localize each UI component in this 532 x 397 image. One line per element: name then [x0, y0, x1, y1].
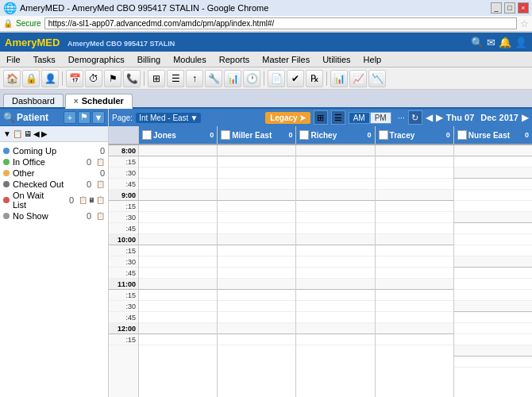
- toolbar-clock-btn[interactable]: ⏱: [85, 70, 102, 87]
- search-icon[interactable]: 🔍: [471, 37, 484, 48]
- appointment-slot[interactable]: [296, 301, 374, 312]
- add-patient-btn[interactable]: +: [64, 111, 76, 124]
- appointment-slot[interactable]: [376, 334, 453, 345]
- filter-copy-icon[interactable]: 📋: [13, 129, 22, 138]
- minimize-btn[interactable]: _: [491, 2, 502, 13]
- tab-dashboard[interactable]: Dashboard: [3, 94, 64, 107]
- status-in-office[interactable]: In Office 0 📋: [3, 156, 105, 168]
- appointment-slot[interactable]: [218, 179, 295, 190]
- legacy-button[interactable]: Legacy ➤: [265, 112, 310, 124]
- filter-prev-icon[interactable]: ◀: [33, 129, 40, 138]
- appointment-slot[interactable]: [296, 256, 374, 268]
- appointment-slot[interactable]: [296, 334, 374, 345]
- toolbar-list-btn[interactable]: ☰: [167, 70, 184, 87]
- appointment-slot[interactable]: [454, 279, 532, 290]
- appointment-slot[interactable]: [218, 234, 295, 245]
- appointment-slot[interactable]: [139, 279, 217, 290]
- appointment-slot[interactable]: [376, 312, 453, 323]
- mail-icon[interactable]: ✉: [487, 37, 495, 48]
- nurse-east-checkbox[interactable]: [457, 130, 467, 140]
- menu-modules[interactable]: Modules: [167, 52, 213, 67]
- appointment-slot[interactable]: [218, 156, 295, 168]
- menu-demographics[interactable]: Demographics: [62, 52, 131, 67]
- appointment-slot[interactable]: [454, 168, 532, 179]
- bell-icon[interactable]: 🔔: [499, 37, 511, 48]
- status-no-show[interactable]: No Show 0 📋: [3, 210, 105, 222]
- appointment-slot[interactable]: [296, 234, 374, 245]
- toolbar-lock-btn[interactable]: 🔒: [22, 70, 40, 87]
- filter-screen-icon[interactable]: 🖥: [24, 129, 32, 138]
- appointment-slot[interactable]: [454, 201, 532, 212]
- appointment-slot[interactable]: [454, 212, 532, 223]
- toolbar-arrow-btn[interactable]: ↑: [186, 70, 203, 87]
- appointment-slot[interactable]: [296, 201, 374, 212]
- appointment-slot[interactable]: [454, 190, 532, 201]
- url-input[interactable]: [44, 17, 517, 29]
- appointment-slot[interactable]: [218, 145, 295, 156]
- appointment-slot[interactable]: [454, 312, 532, 323]
- appointment-slot[interactable]: [218, 323, 295, 334]
- appointment-slot[interactable]: [218, 168, 295, 179]
- appointment-slot[interactable]: [139, 201, 217, 212]
- appointment-slot[interactable]: [376, 323, 453, 334]
- appointment-slot[interactable]: [218, 190, 295, 201]
- menu-master-files[interactable]: Master Files: [256, 52, 316, 67]
- appointment-slot[interactable]: [139, 145, 217, 156]
- tracey-checkbox[interactable]: [379, 130, 388, 140]
- menu-reports[interactable]: Reports: [213, 52, 256, 67]
- menu-file[interactable]: File: [0, 52, 27, 67]
- appointment-slot[interactable]: [296, 190, 374, 201]
- page-value[interactable]: Int Med - East ▼: [136, 113, 201, 123]
- appointment-slot[interactable]: [218, 223, 295, 234]
- appointment-slot[interactable]: [454, 334, 532, 345]
- next-date-btn[interactable]: ▶: [436, 112, 443, 123]
- appointment-slot[interactable]: [376, 168, 453, 179]
- appointment-slot[interactable]: [376, 145, 453, 156]
- appointment-slot[interactable]: [139, 179, 217, 190]
- appointment-slot[interactable]: [296, 168, 374, 179]
- grid-view-btn[interactable]: ⊞: [314, 110, 328, 125]
- appointment-slot[interactable]: [139, 245, 217, 256]
- toolbar-tool-btn[interactable]: 🔧: [205, 70, 222, 87]
- appointment-slot[interactable]: [454, 179, 532, 190]
- appointment-slot[interactable]: [296, 279, 374, 290]
- appointment-slot[interactable]: [296, 145, 374, 156]
- appointment-slot[interactable]: [139, 223, 217, 234]
- appointment-slot[interactable]: [218, 245, 295, 256]
- menu-tasks[interactable]: Tasks: [27, 52, 62, 67]
- appointment-slot[interactable]: [454, 290, 532, 301]
- appointment-slot[interactable]: [139, 168, 217, 179]
- filter-icon[interactable]: ▼: [3, 129, 11, 138]
- appointment-slot[interactable]: [139, 301, 217, 312]
- appointment-slot[interactable]: [139, 190, 217, 201]
- appointment-slot[interactable]: [218, 201, 295, 212]
- appointment-slot[interactable]: [454, 234, 532, 245]
- appointment-slot[interactable]: [376, 201, 453, 212]
- appointment-slot[interactable]: [139, 268, 217, 279]
- miller-checkbox[interactable]: [221, 130, 230, 140]
- appointment-slot[interactable]: [218, 334, 295, 345]
- appointment-slot[interactable]: [296, 245, 374, 256]
- toolbar-rx-btn[interactable]: ℞: [306, 70, 323, 87]
- appointment-slot[interactable]: [454, 223, 532, 234]
- user-icon[interactable]: 👤: [515, 37, 527, 48]
- appointment-slot[interactable]: [139, 234, 217, 245]
- status-wait-list[interactable]: On Wait List 0 📋 🖥 📋: [3, 190, 105, 210]
- appointment-slot[interactable]: [376, 301, 453, 312]
- pm-btn[interactable]: PM: [370, 112, 391, 124]
- patient-search-btn[interactable]: ⚑: [78, 111, 91, 124]
- toolbar-home-btn[interactable]: 🏠: [3, 70, 21, 87]
- close-btn[interactable]: ×: [518, 2, 529, 13]
- appointment-slot[interactable]: [218, 290, 295, 301]
- appointment-slot[interactable]: [296, 179, 374, 190]
- appointment-slot[interactable]: [454, 357, 532, 368]
- appointment-slot[interactable]: [454, 345, 532, 357]
- appointment-slot[interactable]: [454, 323, 532, 334]
- appointment-slot[interactable]: [218, 279, 295, 290]
- jones-checkbox[interactable]: [142, 130, 152, 140]
- appointment-slot[interactable]: [376, 190, 453, 201]
- toolbar-bar-chart-btn[interactable]: 📊: [330, 70, 348, 87]
- refresh-btn[interactable]: ↻: [408, 110, 422, 125]
- appointment-slot[interactable]: [376, 234, 453, 245]
- toolbar-user-btn[interactable]: 👤: [41, 70, 59, 87]
